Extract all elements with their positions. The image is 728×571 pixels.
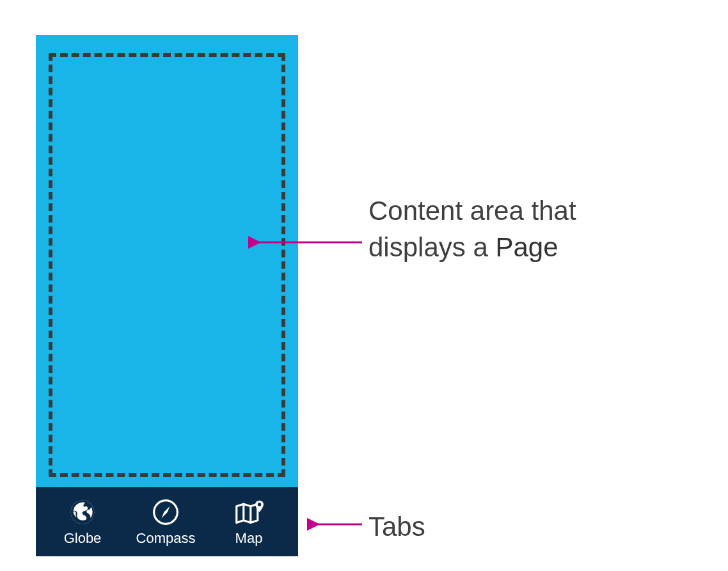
globe-icon bbox=[67, 497, 98, 528]
annotation-text-line2-prefix: displays a bbox=[368, 232, 495, 262]
annotation-content-area: Content area that displays a Page bbox=[368, 193, 663, 265]
map-icon bbox=[233, 497, 264, 528]
svg-point-5 bbox=[258, 503, 262, 506]
phone-frame: Globe Compass bbox=[36, 35, 298, 556]
content-area bbox=[36, 35, 298, 487]
annotation-tabs-text: Tabs bbox=[368, 512, 425, 542]
tab-bar: Globe Compass bbox=[36, 487, 298, 556]
page-placeholder-outline bbox=[49, 53, 285, 477]
annotation-tabs: Tabs bbox=[368, 509, 425, 545]
arrow-to-content bbox=[248, 235, 365, 250]
tab-globe[interactable]: Globe bbox=[41, 497, 124, 547]
tab-map[interactable]: Map bbox=[207, 497, 290, 547]
annotation-text-line2-bold: Page bbox=[495, 232, 558, 262]
annotation-text-line1: Content area that bbox=[368, 196, 576, 226]
tab-label: Globe bbox=[64, 530, 102, 547]
compass-icon bbox=[150, 497, 181, 528]
tab-label: Compass bbox=[136, 530, 196, 547]
tab-label: Map bbox=[235, 530, 263, 547]
arrow-to-tabs bbox=[307, 517, 365, 532]
tab-compass[interactable]: Compass bbox=[124, 497, 207, 547]
svg-point-2 bbox=[164, 511, 167, 513]
